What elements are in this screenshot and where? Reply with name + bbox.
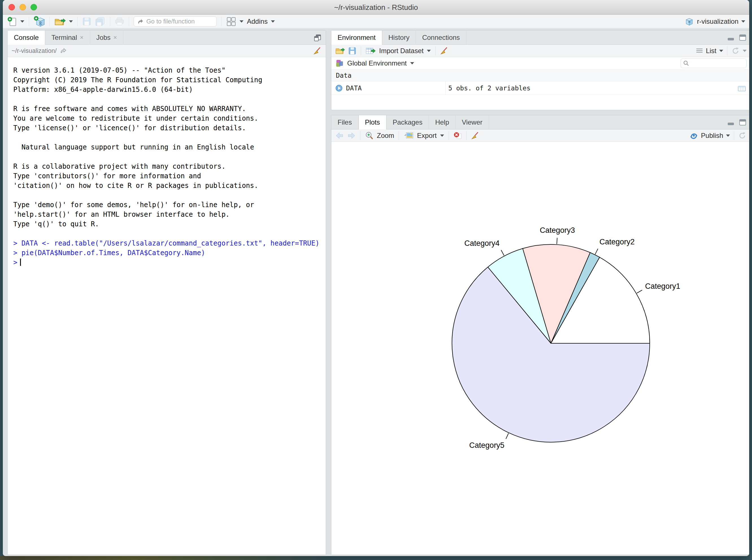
plots-toolbar: Zoom Export Pub (331, 129, 749, 142)
console-output-line: Type 'contributors()' for more informati… (13, 171, 326, 181)
tab-packages[interactable]: Packages (386, 115, 429, 129)
scope-dropdown[interactable] (410, 62, 414, 64)
window-title: ~/r-visualization - RStudio (3, 0, 749, 15)
maximize-pane-icon[interactable] (739, 119, 747, 126)
remove-plot-icon[interactable] (453, 132, 462, 140)
close-icon[interactable]: × (80, 34, 84, 41)
search-icon (683, 60, 689, 66)
title-bar[interactable]: ~/r-visualization - RStudio (3, 0, 749, 15)
go-to-file-icon (137, 18, 143, 25)
console-output-line: Type 'demo()' for some demos, 'help()' f… (13, 200, 326, 209)
tab-files[interactable]: Files (331, 115, 359, 129)
new-project-icon[interactable]: R (34, 16, 45, 27)
svg-text:R: R (39, 21, 42, 26)
new-file-icon[interactable] (7, 16, 17, 26)
environment-search-box[interactable] (680, 59, 747, 68)
tab-plots[interactable]: Plots (359, 115, 386, 129)
console-output-line (13, 229, 326, 238)
close-window-button[interactable] (8, 4, 15, 11)
export-plot-icon[interactable] (403, 132, 413, 140)
pie-label-tick (501, 250, 504, 255)
project-menu-button[interactable]: R r-visualization (685, 17, 745, 26)
zoom-plot-icon[interactable] (365, 132, 373, 140)
console-tabbar: Console Terminal × Jobs × (8, 31, 326, 45)
clear-console-broom-icon[interactable] (313, 47, 322, 55)
object-name: DATA (346, 84, 362, 92)
print-icon[interactable] (115, 17, 124, 26)
environment-tabbar: Environment History Connections (331, 31, 749, 45)
console-output-line: Type 'q()' to quit R. (13, 219, 326, 229)
working-directory: ~/r-visualization/ (12, 47, 57, 55)
console-output-line: Type 'license()' or 'licence()' for dist… (13, 123, 326, 133)
open-file-icon[interactable] (54, 17, 65, 26)
tab-environment[interactable]: Environment (331, 31, 382, 45)
console-output-line (13, 191, 326, 200)
zoom-plot-button[interactable]: Zoom (377, 132, 394, 140)
minimize-pane-icon[interactable] (727, 34, 735, 41)
console-output-line: Copyright (C) 2019 The R Foundation for … (13, 75, 326, 85)
tab-viewer[interactable]: Viewer (456, 115, 489, 129)
open-recent-dropdown[interactable] (69, 20, 73, 23)
close-icon[interactable]: × (113, 34, 117, 41)
publish-dropdown[interactable] (726, 135, 730, 137)
pie-label-Category1: Category1 (645, 282, 680, 291)
minimize-pane-icon[interactable] (727, 119, 735, 126)
load-workspace-icon[interactable] (335, 47, 345, 55)
go-to-file-field[interactable] (134, 16, 217, 26)
save-icon[interactable] (82, 17, 91, 26)
view-mode-button[interactable]: List (706, 47, 716, 55)
save-all-icon[interactable] (95, 17, 105, 26)
environment-search-input[interactable] (692, 60, 743, 67)
view-mode-dropdown[interactable] (719, 50, 723, 52)
workspace: Console Terminal × Jobs × ~/r-visualizat (3, 28, 749, 556)
import-dataset-dropdown[interactable] (427, 50, 431, 52)
console-pane: Console Terminal × Jobs × ~/r-visualizat (7, 30, 326, 555)
pie-label-Category5: Category5 (469, 441, 505, 449)
zoom-window-button[interactable] (31, 4, 37, 11)
environment-object-row[interactable]: DATA5 obs. of 2 variables (331, 81, 749, 95)
console-output-line: R is free software and comes with ABSOLU… (13, 104, 326, 114)
environment-scope-selector[interactable]: Global Environment (347, 59, 407, 67)
new-file-dropdown[interactable] (20, 20, 24, 23)
tab-connections[interactable]: Connections (416, 31, 466, 44)
console-output[interactable]: R version 3.6.1 (2019-07-05) -- "Action … (8, 57, 326, 555)
maximize-pane-icon[interactable] (739, 34, 747, 41)
tab-help[interactable]: Help (429, 115, 455, 129)
minimize-window-button[interactable] (20, 4, 26, 11)
addins-dropdown[interactable] (271, 20, 275, 23)
refresh-environment-icon[interactable] (731, 47, 740, 55)
refresh-plot-icon[interactable] (738, 132, 747, 140)
console-command-line: > DATA <- read.table("/Users/lsalazar/co… (13, 238, 326, 248)
clear-environment-broom-icon[interactable] (440, 47, 449, 55)
console-prompt-line[interactable]: > (13, 258, 326, 267)
expand-object-icon[interactable] (335, 84, 343, 92)
workspace-panes-icon[interactable] (226, 16, 236, 26)
import-dataset-icon[interactable] (366, 47, 376, 55)
export-plot-button[interactable]: Export (417, 132, 436, 140)
save-workspace-icon[interactable] (348, 47, 356, 55)
addins-menu[interactable]: Addins (247, 18, 267, 25)
import-dataset-button[interactable]: Import Dataset (379, 47, 424, 55)
pie-label-tick (506, 433, 508, 439)
publish-button[interactable]: Publish (701, 132, 723, 140)
restore-pane-icon[interactable] (313, 34, 322, 42)
project-dropdown[interactable] (741, 20, 745, 23)
svg-text:R: R (688, 20, 691, 24)
go-to-file-input[interactable] (146, 18, 208, 25)
tab-jobs[interactable]: Jobs × (90, 31, 124, 44)
previous-plot-arrow-icon (335, 132, 344, 139)
goto-directory-icon[interactable] (60, 48, 67, 54)
tab-console[interactable]: Console (8, 31, 45, 45)
tab-history[interactable]: History (382, 31, 416, 44)
export-dropdown[interactable] (440, 135, 444, 137)
refresh-dropdown[interactable] (743, 50, 747, 52)
text-cursor (20, 259, 21, 266)
environment-toolbar: Import Dataset List (331, 45, 749, 57)
pie-label-tick (557, 238, 557, 244)
panes-dropdown[interactable] (240, 20, 244, 23)
plots-pane: Files Plots Packages Help Viewer (331, 115, 749, 555)
console-output-line: R version 3.6.1 (2019-07-05) -- "Action … (13, 65, 326, 75)
clear-all-plots-broom-icon[interactable] (471, 132, 480, 140)
tab-terminal[interactable]: Terminal × (45, 31, 90, 44)
view-data-grid-icon[interactable] (737, 85, 746, 92)
